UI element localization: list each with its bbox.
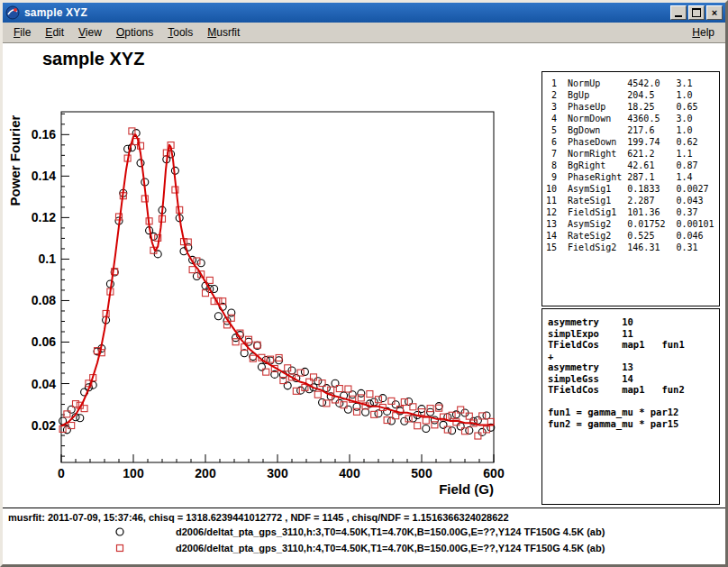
menu-file[interactable]: File — [6, 23, 38, 41]
parameter-row: 3 PhaseUp 18.25 0.65 — [546, 101, 715, 113]
menu-tools[interactable]: Tools — [160, 23, 200, 41]
x-tick-label: 500 — [411, 466, 432, 480]
y-tick-label: 0.16 — [32, 127, 56, 142]
y-tick-label: 0.14 — [32, 169, 56, 183]
theory-line: + — [548, 351, 714, 362]
parameter-row: 10 AsymSig1 0.1833 0.0027 — [546, 183, 715, 195]
legend-label: d2006/deltat_pta_gps_3110,h:3,T0=4.50K,T… — [176, 526, 605, 537]
app-window: sample XYZ × FileEditViewOptionsToolsMus… — [0, 0, 728, 567]
parameter-row: 2 BgUp 204.5 1.0 — [546, 89, 715, 101]
fit-status-text: musrfit: 2011-07-09, 15:37:46, chisq = 1… — [3, 508, 725, 524]
y-tick-label: 0.08 — [32, 293, 56, 307]
y-tick-label: 0.1 — [39, 251, 57, 266]
circle-marker-icon — [114, 526, 125, 537]
parameter-row: 7 NormRight 621.2 1.1 — [546, 148, 715, 160]
parameter-row: 1 NormUp 4542.0 3.1 — [546, 78, 715, 89]
theory-line: asymmetry 10 — [548, 316, 714, 328]
x-tick-label: 600 — [483, 466, 505, 480]
parameter-row: 13 AsymSig2 0.01752 0.00101 — [546, 218, 715, 230]
legend-item: d2006/deltat_pta_gps_3110,h:3,T0=4.50K,T… — [3, 524, 725, 540]
x-tick-label: 0 — [58, 466, 65, 480]
parameter-row: 11 RateSig1 2.287 0.043 — [546, 195, 715, 206]
close-button[interactable]: × — [706, 5, 723, 20]
theory-box: asymmetry 10simplExpo 11TFieldCos map1 f… — [541, 308, 720, 505]
root-canvas: sample XYZ 01002003004005006000.020.040.… — [3, 43, 725, 564]
menu-musrfit[interactable]: Musrfit — [200, 23, 247, 41]
x-tick-label: 400 — [339, 466, 360, 480]
menu-view[interactable]: View — [71, 23, 109, 41]
parameter-row: 9 PhaseRight 287.1 1.4 — [546, 171, 715, 183]
parameter-row: 8 BgRight 42.61 0.87 — [546, 160, 715, 171]
status-area: musrfit: 2011-07-09, 15:37:46, chisq = 1… — [3, 508, 725, 564]
parameter-row: 5 BgDown 217.6 1.0 — [546, 124, 715, 136]
window-title: sample XYZ — [24, 6, 666, 19]
theory-line: asymmetry 13 — [548, 361, 714, 373]
legend-item: d2006/deltat_pta_gps_3110,h:4,T0=4.50K,T… — [3, 540, 725, 556]
theory-line: TFieldCos map1 fun1 — [548, 339, 714, 351]
minimize-button[interactable] — [670, 5, 687, 20]
theory-line: simpleGss 14 — [548, 373, 714, 385]
titlebar[interactable]: sample XYZ × — [3, 3, 725, 23]
x-tick-label: 300 — [267, 466, 288, 480]
theory-line — [548, 396, 714, 407]
menubar-right: Help — [685, 23, 722, 41]
scatter-series-h3-circles — [59, 130, 495, 436]
x-axis-title: Field (G) — [439, 481, 494, 497]
y-axis-title: Power Fourier — [7, 114, 23, 206]
menubar: FileEditViewOptionsToolsMusrfit Help — [3, 23, 725, 43]
app-icon — [5, 5, 20, 20]
menu-edit[interactable]: Edit — [38, 23, 71, 41]
fit-line — [61, 134, 494, 425]
x-tick-label: 200 — [195, 466, 216, 480]
menu-options[interactable]: Options — [109, 23, 160, 41]
menubar-left: FileEditViewOptionsToolsMusrfit — [6, 23, 247, 41]
minimize-icon — [675, 8, 682, 17]
x-tick-label: 100 — [123, 466, 144, 480]
theory-line: fun2 = gamma_mu * par15 — [548, 418, 714, 430]
legend: d2006/deltat_pta_gps_3110,h:3,T0=4.50K,T… — [3, 524, 725, 556]
maximize-icon — [692, 8, 701, 17]
fourier-chart[interactable]: 01002003004005006000.020.040.060.080.10.… — [3, 84, 534, 508]
theory-line: simplExpo 11 — [548, 328, 714, 340]
y-tick-label: 0.02 — [32, 418, 56, 433]
menu-help[interactable]: Help — [685, 23, 722, 41]
y-tick-label: 0.04 — [32, 377, 56, 391]
maximize-button[interactable] — [688, 5, 705, 20]
plot-frame — [61, 112, 494, 462]
parameter-box: 1 NormUp 4542.0 3.1 2 BgUp 204.5 1.0 3 P… — [541, 71, 720, 306]
parameter-row: 14 RateSig2 0.525 0.046 — [546, 230, 715, 242]
theory-line: TFieldCos map1 fun2 — [548, 384, 714, 396]
plot-title: sample XYZ — [42, 49, 144, 69]
square-marker-icon — [114, 543, 125, 553]
y-tick-label: 0.06 — [32, 334, 56, 349]
theory-line: fun1 = gamma_mu * par12 — [548, 407, 714, 418]
y-tick-label: 0.12 — [32, 210, 56, 224]
close-icon: × — [712, 8, 717, 17]
parameter-row: 12 FieldSig1 101.36 0.37 — [546, 206, 715, 218]
parameter-row: 6 PhaseDown 199.74 0.62 — [546, 136, 715, 148]
parameter-row: 4 NormDown 4360.5 3.0 — [546, 113, 715, 124]
parameter-row: 15 FieldSig2 146.31 0.31 — [546, 242, 715, 253]
legend-label: d2006/deltat_pta_gps_3110,h:4,T0=4.50K,T… — [176, 543, 605, 553]
